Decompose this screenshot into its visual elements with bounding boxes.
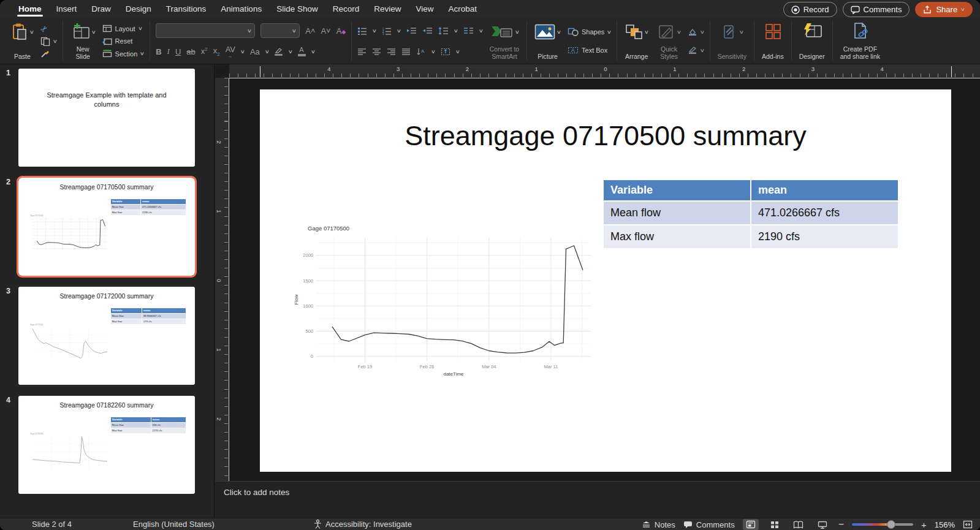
slide-2-thumbnail[interactable]: Streamgage 07170500 summary Variablemean… bbox=[18, 178, 195, 276]
sensitivity-button[interactable]: ∨ Sensitivity bbox=[716, 21, 748, 61]
summary-table[interactable]: Variable mean Mean flow 471.0266667 cfs … bbox=[602, 179, 899, 249]
cut-button[interactable]: ✂ bbox=[40, 23, 57, 34]
bold-button[interactable]: B bbox=[156, 47, 161, 56]
italic-button[interactable]: I bbox=[167, 47, 170, 56]
fit-to-window-button[interactable] bbox=[963, 520, 973, 529]
slide-3-thumbnail[interactable]: Streamgage 07172000 summary Variablemean… bbox=[18, 287, 195, 385]
text-direction-button[interactable]: A bbox=[416, 48, 426, 56]
text-box-icon: A bbox=[568, 46, 579, 55]
font-size-select[interactable]: ∨ bbox=[260, 23, 300, 38]
align-right-button[interactable] bbox=[387, 48, 396, 55]
line-spacing-button[interactable] bbox=[438, 27, 449, 35]
copy-button[interactable]: ∨ bbox=[40, 36, 57, 47]
decrease-indent-button[interactable] bbox=[406, 27, 417, 34]
add-ins-button[interactable]: Add-ins bbox=[760, 21, 786, 61]
align-center-button[interactable] bbox=[372, 48, 381, 55]
tab-animations[interactable]: Animations bbox=[219, 1, 263, 18]
flow-line-chart[interactable]: Gage 071705000500100015002000Feb 19Feb 2… bbox=[292, 222, 598, 379]
reset-button[interactable]: Reset bbox=[102, 36, 145, 47]
superscript-button[interactable]: x2 bbox=[201, 47, 208, 56]
horizontal-ruler[interactable]: 432101234 bbox=[229, 64, 980, 78]
summary-table-cell: 2190 cfs bbox=[751, 225, 898, 249]
notes-pane[interactable]: Click to add notes bbox=[215, 481, 980, 518]
shape-fill-button[interactable]: ∨ bbox=[688, 26, 704, 38]
character-spacing-button[interactable]: AV↔ bbox=[226, 45, 235, 58]
fit-slide-icon bbox=[963, 520, 973, 529]
font-group: ∨ ∨ A˄ A˅ A◆ B I U ab x2 x2 AV↔ ∨ Aa ∨ bbox=[150, 21, 352, 61]
paste-button[interactable]: ∨ Paste bbox=[9, 21, 36, 61]
slide-sorter-view-button[interactable] bbox=[767, 519, 783, 530]
tab-design[interactable]: Design bbox=[124, 1, 153, 18]
bullets-button[interactable] bbox=[357, 27, 367, 35]
zoom-slider-thumb[interactable] bbox=[887, 520, 895, 529]
strikethrough-button[interactable]: ab bbox=[186, 47, 195, 56]
normal-view-button[interactable] bbox=[743, 519, 759, 530]
new-slide-button[interactable]: ∨ New Slide bbox=[69, 21, 97, 61]
shapes-button[interactable]: Shapes∨ bbox=[568, 26, 611, 38]
tab-acrobat[interactable]: Acrobat bbox=[447, 1, 479, 18]
quick-styles-button[interactable]: ∨ Quick Styles bbox=[655, 21, 683, 61]
zoom-out-button[interactable]: − bbox=[838, 519, 844, 530]
increase-indent-button[interactable] bbox=[422, 27, 433, 34]
slide-canvas[interactable]: Streamgage 07170500 summary Variable mea… bbox=[260, 89, 951, 472]
tab-insert[interactable]: Insert bbox=[55, 1, 78, 18]
decrease-font-size-button[interactable]: A˅ bbox=[321, 26, 330, 36]
section-button[interactable]: Section∨ bbox=[102, 48, 145, 59]
tab-slide-show[interactable]: Slide Show bbox=[275, 1, 319, 18]
notes-toggle[interactable]: Notes bbox=[642, 520, 675, 529]
highlight-color-button[interactable] bbox=[275, 47, 283, 56]
slide-3-mini-table: Variablemean Mean flow98.9666667 cfs Max… bbox=[110, 308, 186, 325]
chevron-down-icon: ∨ bbox=[372, 28, 377, 34]
arrange-button[interactable]: ∨ Arrange bbox=[623, 21, 650, 61]
format-painter-button[interactable] bbox=[40, 48, 57, 59]
align-left-button[interactable] bbox=[357, 48, 367, 55]
layout-button[interactable]: Layout∨ bbox=[102, 23, 145, 34]
tab-review[interactable]: Review bbox=[373, 1, 402, 18]
shape-outline-button[interactable]: ∨ bbox=[688, 45, 704, 56]
clear-formatting-button[interactable]: A◆ bbox=[336, 26, 346, 36]
designer-label: Designer bbox=[799, 53, 825, 60]
tab-record[interactable]: Record bbox=[332, 1, 361, 18]
columns-button[interactable] bbox=[463, 27, 474, 34]
language-indicator[interactable]: English (United States) bbox=[133, 520, 215, 529]
share-button[interactable]: Share ∨ bbox=[915, 2, 973, 17]
justify-button[interactable] bbox=[401, 48, 411, 55]
font-color-button[interactable]: A bbox=[298, 47, 306, 56]
underline-button[interactable]: U bbox=[175, 47, 181, 56]
slide-1-thumbnail[interactable]: Streamgage Example with template and col… bbox=[18, 69, 195, 167]
font-name-select[interactable]: ∨ bbox=[156, 23, 255, 38]
slide-4-number: 4 bbox=[6, 396, 10, 404]
create-pdf-button[interactable]: Create PDF and share link bbox=[838, 21, 882, 61]
subscript-button[interactable]: x2 bbox=[213, 46, 220, 57]
record-button[interactable]: Record bbox=[783, 2, 837, 17]
zoom-in-button[interactable]: + bbox=[921, 520, 927, 530]
text-direction-icon: A bbox=[416, 48, 426, 56]
slide-4-thumbnail[interactable]: Streamgage 07182260 summary Variablemean… bbox=[18, 396, 195, 494]
picture-button[interactable]: ∨ Picture bbox=[533, 21, 563, 61]
numbering-button[interactable]: 123 bbox=[382, 27, 392, 35]
change-case-button[interactable]: Aa bbox=[250, 47, 260, 56]
ruler-number: 1 bbox=[670, 66, 678, 72]
ruler-number: 2 bbox=[463, 66, 471, 72]
slide-title[interactable]: Streamgage 07170500 summary bbox=[260, 120, 951, 152]
accessibility-status[interactable]: Accessibility: Investigate bbox=[314, 520, 412, 529]
zoom-slider[interactable] bbox=[852, 523, 913, 526]
zoom-percentage[interactable]: 156% bbox=[935, 520, 955, 529]
slideshow-view-button[interactable] bbox=[815, 519, 830, 530]
tab-view[interactable]: View bbox=[415, 1, 435, 18]
increase-font-size-button[interactable]: A˄ bbox=[305, 26, 315, 36]
ribbon: ∨ Paste ✂ ∨ ∨ Ne bbox=[0, 18, 980, 64]
section-label: Section bbox=[115, 50, 138, 58]
designer-button[interactable]: Designer bbox=[797, 21, 827, 61]
align-text-button[interactable] bbox=[441, 48, 450, 56]
tab-transitions[interactable]: Transitions bbox=[165, 1, 208, 18]
tab-draw[interactable]: Draw bbox=[90, 1, 112, 18]
comments-toggle[interactable]: Comments bbox=[683, 520, 735, 529]
ruler-number: 1 bbox=[215, 347, 223, 352]
tab-home[interactable]: Home bbox=[17, 1, 43, 18]
convert-to-smartart-button[interactable]: ∨ Convert to SmartArt bbox=[488, 21, 521, 61]
text-box-button[interactable]: A Text Box bbox=[568, 45, 611, 56]
comments-button[interactable]: Comments bbox=[843, 2, 910, 17]
vertical-ruler[interactable]: 21012 bbox=[215, 78, 229, 481]
reading-view-button[interactable] bbox=[791, 519, 807, 530]
